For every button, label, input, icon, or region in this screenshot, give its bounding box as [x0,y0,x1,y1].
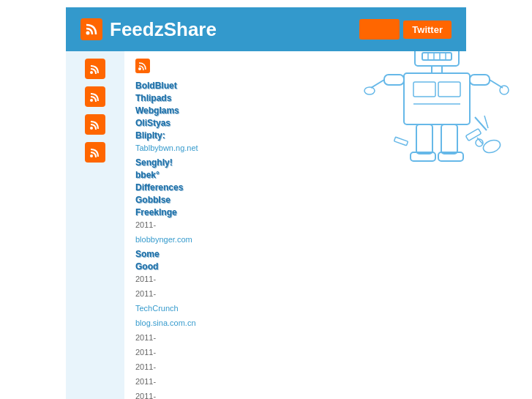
main-content: BoldBluet BoldBluet Thlipads Thlipads We… [124,51,466,399]
list-item: OliStyas OliStyas [135,116,455,128]
content-area: BoldBluet BoldBluet Thlipads Thlipads We… [66,51,466,399]
list-item: BoldBluet BoldBluet [135,79,455,91]
list-item: 2011- [135,331,455,344]
nav-orange-box [359,19,400,40]
svg-rect-10 [432,66,442,73]
feed-date-7: 2011- [135,377,156,386]
list-item: 2011- [135,389,455,399]
header-left: FeedzShare [80,18,217,41]
list-item: 2011- [135,287,455,300]
rss-logo-icon [80,18,102,40]
feed-date-6: 2011- [135,362,156,371]
header-bar: FeedzShare Twitter [66,7,466,51]
list-item: Some Some [135,247,455,259]
svg-point-20 [500,86,509,94]
feed-url-2[interactable]: blobbynger.com [135,235,192,244]
list-item: GobbIse GobbIse [135,193,455,205]
list-item: 2011- [135,375,455,388]
list-item: blog.sina.com.cn [135,316,455,329]
site-title: FeedzShare [110,18,217,41]
feed-date-3: 2011- [135,289,156,298]
list-item: BlipIty: BlipIty: [135,129,455,141]
sidebar [66,51,124,399]
list-item: blobbynger.com [135,233,455,246]
feed-date-5: 2011- [135,348,156,357]
list-item: Good Good [135,260,455,272]
svg-point-36 [90,154,93,157]
list-item: TechCrunch [135,302,455,315]
feed-url-techcrunch[interactable]: TechCrunch [135,304,179,313]
list-item: bbek° bbek° [135,168,455,180]
list-item: 2011- [135,346,455,359]
feed-date-1: 2011- [135,220,156,229]
sidebar-rss-icon-1[interactable] [85,59,105,79]
feed-date-8: 2011- [135,392,156,399]
list-item: WebgIams WebgIams [135,104,455,116]
page-wrapper: FeedzShare Twitter [0,7,532,399]
svg-point-34 [90,99,93,102]
header-nav: Twitter [359,19,452,40]
content-feed-icon [135,59,150,73]
sidebar-rss-icon-3[interactable] [85,114,105,135]
sidebar-rss-icon-4[interactable] [85,142,105,163]
sidebar-rss-icon-2[interactable] [85,86,105,107]
feed-url-1[interactable]: Tablbybwn.ng.net [135,143,198,152]
list-item: 2011- [135,218,455,231]
list-item: Thlipads Thlipads [135,92,455,103]
list-item: 2011- [135,360,455,373]
feed-date-2: 2011- [135,275,156,283]
list-item: 2011- [135,272,455,286]
feed-date-4: 2011- [135,333,156,342]
list-item: Differences Differences [135,181,455,193]
feed-url-sina[interactable]: blog.sina.com.cn [135,318,196,327]
svg-point-33 [90,71,93,74]
svg-line-28 [475,117,487,130]
svg-point-37 [138,67,141,70]
svg-point-32 [86,31,90,35]
svg-rect-5 [422,53,452,60]
twitter-button[interactable]: Twitter [403,20,452,39]
svg-point-35 [90,127,93,130]
list-item: SenghIy! SenghIy! [135,156,455,168]
svg-rect-18 [470,75,490,85]
feed-list: BoldBluet BoldBluet Thlipads Thlipads We… [135,79,455,399]
svg-point-30 [482,138,502,154]
list-item: Freeklnge Freeklnge [135,206,455,217]
svg-line-29 [484,116,488,128]
